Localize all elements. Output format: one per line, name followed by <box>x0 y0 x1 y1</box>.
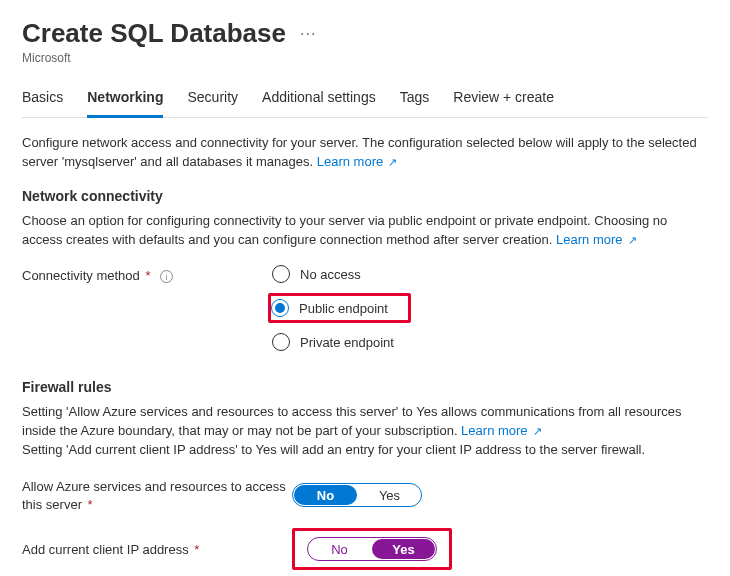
allow-azure-toggle[interactable]: No Yes <box>292 483 422 507</box>
toggle-yes[interactable]: Yes <box>372 539 435 559</box>
more-icon[interactable]: ··· <box>300 25 316 43</box>
intro-learn-more-link[interactable]: Learn more ↗ <box>317 154 398 169</box>
required-asterisk: * <box>142 268 151 283</box>
radio-label: Public endpoint <box>299 301 388 316</box>
required-asterisk: * <box>84 497 93 512</box>
highlight-public-endpoint: Public endpoint <box>268 293 411 323</box>
add-ip-row: Add current client IP address * No Yes <box>22 528 708 570</box>
connectivity-method-row: Connectivity method * i No access Public… <box>22 265 708 351</box>
firewall-desc-1: Setting 'Allow Azure services and resour… <box>22 404 682 438</box>
toggle-no[interactable]: No <box>308 538 371 560</box>
connectivity-radio-group: No access Public endpoint Private endpoi… <box>272 265 411 351</box>
tab-networking[interactable]: Networking <box>87 83 163 118</box>
tab-security[interactable]: Security <box>187 83 238 118</box>
radio-icon <box>272 265 290 283</box>
radio-label: No access <box>300 267 361 282</box>
radio-no-access[interactable]: No access <box>272 265 411 283</box>
firewall-rules-title: Firewall rules <box>22 379 708 395</box>
allow-azure-toggle-wrap: No Yes <box>292 483 422 507</box>
radio-private-endpoint[interactable]: Private endpoint <box>272 333 411 351</box>
allow-azure-label: Allow Azure services and resources to ac… <box>22 476 292 514</box>
network-desc: Choose an option for configuring connect… <box>22 212 708 250</box>
firewall-desc-2: Setting 'Add current client IP address' … <box>22 442 645 457</box>
toggle-no[interactable]: No <box>294 485 357 505</box>
network-connectivity-title: Network connectivity <box>22 188 708 204</box>
add-ip-toggle[interactable]: No Yes <box>307 537 437 561</box>
network-learn-more-link[interactable]: Learn more ↗ <box>556 232 637 247</box>
radio-label: Private endpoint <box>300 335 394 350</box>
toggle-yes[interactable]: Yes <box>358 484 421 506</box>
intro-text: Configure network access and connectivit… <box>22 134 708 172</box>
external-link-icon: ↗ <box>625 234 637 246</box>
page-header: Create SQL Database ··· Microsoft <box>22 18 708 65</box>
allow-azure-row: Allow Azure services and resources to ac… <box>22 476 708 514</box>
tab-additional-settings[interactable]: Additional settings <box>262 83 376 118</box>
radio-public-endpoint[interactable]: Public endpoint <box>271 299 388 317</box>
external-link-icon: ↗ <box>385 156 397 168</box>
radio-icon <box>272 333 290 351</box>
page-subtitle: Microsoft <box>22 51 708 65</box>
add-ip-label: Add current client IP address * <box>22 539 292 559</box>
tab-basics[interactable]: Basics <box>22 83 63 118</box>
radio-icon <box>271 299 289 317</box>
firewall-learn-more-link[interactable]: Learn more ↗ <box>461 423 542 438</box>
page-title: Create SQL Database <box>22 18 286 49</box>
required-asterisk: * <box>191 542 200 557</box>
external-link-icon: ↗ <box>530 425 542 437</box>
highlight-add-ip-toggle: No Yes <box>292 528 452 570</box>
tab-bar: Basics Networking Security Additional se… <box>22 83 708 118</box>
firewall-desc: Setting 'Allow Azure services and resour… <box>22 403 708 460</box>
info-icon[interactable]: i <box>160 270 173 283</box>
connectivity-method-label: Connectivity method * i <box>22 265 272 285</box>
tab-tags[interactable]: Tags <box>400 83 430 118</box>
tab-review-create[interactable]: Review + create <box>453 83 554 118</box>
